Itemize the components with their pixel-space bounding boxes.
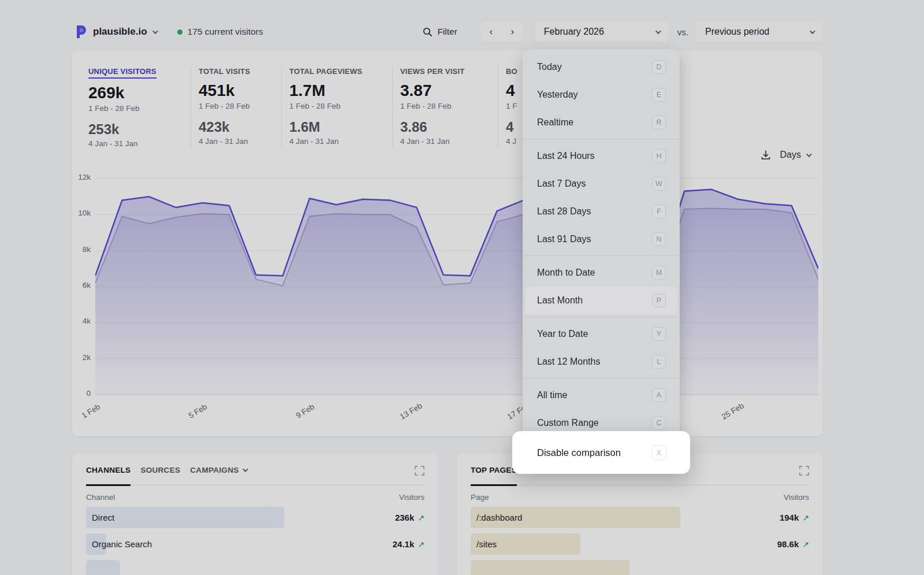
menu-item-last-12-months[interactable]: Last 12 MonthsL [523,348,680,376]
menu-item-label: All time [537,390,567,400]
shortcut-key-badge: F [652,205,666,218]
menu-item-all-time[interactable]: All timeA [523,381,680,409]
menu-divider [523,317,680,317]
menu-item-last-28-days[interactable]: Last 28 DaysF [523,198,680,225]
menu-item-label: Last 24 Hours [537,151,595,161]
menu-item-last-7-days[interactable]: Last 7 DaysW [523,170,680,198]
shortcut-key-badge: D [652,60,666,74]
menu-item-year-to-date[interactable]: Year to DateY [523,320,680,348]
menu-item-today[interactable]: TodayD [523,53,680,81]
menu-item-label: Month to Date [537,268,595,278]
menu-item-label: Last 28 Days [537,206,591,217]
menu-item-last-24-hours[interactable]: Last 24 HoursH [523,142,680,170]
shortcut-key-badge: W [652,177,666,191]
menu-divider [523,255,680,256]
menu-divider [523,378,680,379]
shortcut-key-badge: E [652,88,666,102]
dim-overlay [0,0,924,575]
shortcut-key-badge: C [652,416,666,430]
disable-comparison-item[interactable]: Disable comparison X [512,431,690,474]
shortcut-key-badge: A [652,388,666,402]
disable-comparison-label: Disable comparison [537,447,621,458]
menu-item-label: Last 91 Days [537,234,591,244]
menu-item-label: Year to Date [537,329,588,339]
menu-item-label: Last Month [537,295,583,306]
menu-item-month-to-date[interactable]: Month to DateM [523,259,680,287]
menu-item-label: Realtime [537,117,573,128]
shortcut-key-badge: X [651,445,666,460]
menu-item-last-91-days[interactable]: Last 91 DaysN [523,225,680,253]
shortcut-key-badge: Y [652,327,666,341]
shortcut-key-badge: H [652,149,666,163]
menu-item-label: Today [537,62,562,72]
menu-item-label: Last 12 Months [537,357,600,367]
menu-item-last-month[interactable]: Last MonthP [526,287,677,314]
menu-item-label: Yesterday [537,90,578,100]
menu-item-label: Custom Range [537,418,599,428]
shortcut-key-badge: M [652,266,666,280]
menu-item-realtime[interactable]: RealtimeR [523,109,680,136]
menu-divider [523,139,680,139]
date-range-menu: TodayDYesterdayERealtimeRLast 24 HoursHL… [523,49,680,442]
shortcut-key-badge: R [652,116,666,129]
shortcut-key-badge: L [652,355,666,369]
shortcut-key-badge: N [652,232,666,246]
menu-item-label: Last 7 Days [537,179,586,189]
shortcut-key-badge: P [652,294,666,307]
menu-item-yesterday[interactable]: YesterdayE [523,81,680,109]
